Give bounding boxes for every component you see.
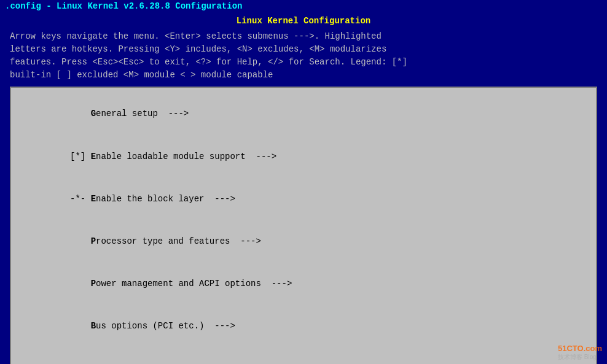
menu-item-exec-formats[interactable]: Executable file formats / Emulations ---… [14, 347, 593, 364]
menu-box: General setup ---> [*] Enable loadable m… [10, 87, 597, 364]
menu-item-bus-options[interactable]: Bus options (PCI etc.) ---> [14, 305, 593, 347]
menu-item-general-setup[interactable]: General setup ---> [14, 93, 593, 135]
watermark-sub: 技术博客 Blog [558, 353, 602, 362]
config-title: Linux Kernel Configuration [10, 15, 597, 28]
menu-item-block-layer[interactable]: -*- Enable the block layer ---> [14, 177, 593, 220]
main-container: Linux Kernel Configuration Arrow keys na… [0, 12, 607, 364]
menu-item-processor[interactable]: Processor type and features ---> [14, 220, 593, 263]
header-line-3: features. Press <Esc><Esc> to exit, <?> … [10, 56, 597, 69]
header-line-1: Arrow keys navigate the menu. <Enter> se… [10, 30, 597, 43]
watermark-site: 51CTO.com [558, 344, 602, 353]
watermark: 51CTO.com 技术博客 Blog [558, 344, 602, 362]
header-line-4: built-in [ ] excluded <M> module < > mod… [10, 69, 597, 82]
title-bar: .config - Linux Kernel v2.6.28.8 Configu… [0, 0, 607, 12]
menu-item-power-mgmt[interactable]: Power management and ACPI options ---> [14, 263, 593, 305]
header-line-2: letters are hotkeys. Pressing <Y> includ… [10, 43, 597, 56]
title-text: .config - Linux Kernel v2.6.28.8 Configu… [5, 1, 242, 11]
header-box: Linux Kernel Configuration Arrow keys na… [5, 12, 602, 84]
menu-item-loadable-module[interactable]: [*] Enable loadable module support ---> [14, 135, 593, 177]
